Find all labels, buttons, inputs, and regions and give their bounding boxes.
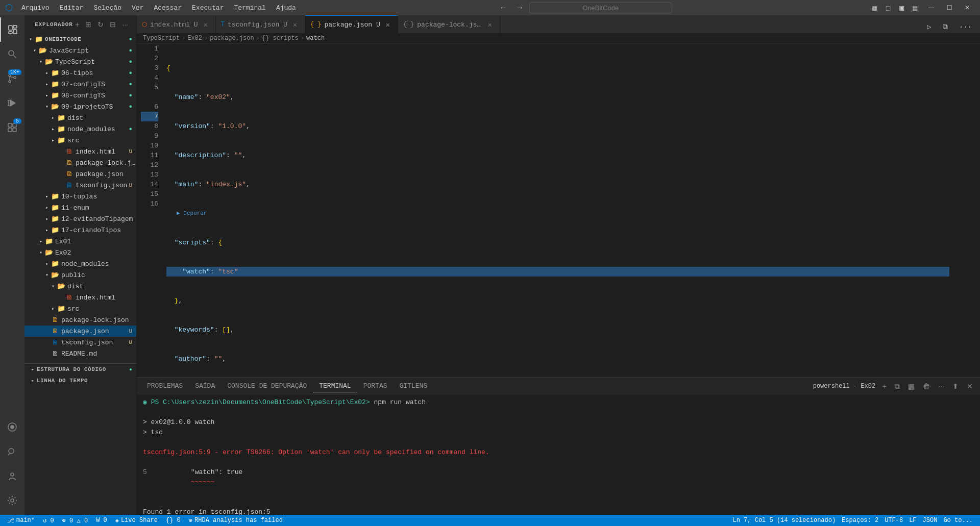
sidebar-item-06tipos[interactable]: ▸ 📁 06-tipos ● [24, 67, 136, 79]
maximize-button[interactable]: ☐ [942, 2, 958, 13]
menu-arquivo[interactable]: Arquivo [17, 3, 54, 13]
status-warnings[interactable]: W 0 [93, 515, 110, 526]
activity-search[interactable] [0, 42, 24, 66]
tab-packagejson[interactable]: { } package.json U ✕ [305, 15, 398, 33]
sidebar-item-11enum[interactable]: ▸ 📁 11-enum [24, 202, 136, 213]
sidebar-item-node-modules-1[interactable]: ▸ 📁 node_modules ● [24, 123, 136, 135]
breadcrumb-ex02[interactable]: Ex02 [187, 35, 202, 42]
breadcrumb-typescript[interactable]: TypeScript [143, 35, 180, 42]
activity-source-control[interactable]: 1K+ [0, 66, 24, 91]
sidebar-item-indexhtml-1[interactable]: 🗎 index.html U [24, 146, 136, 157]
sidebar-item-packagelockjson-1[interactable]: 🗎 package-lock.json [24, 157, 136, 168]
sidebar-item-ex02[interactable]: ▾ 📂 Ex02 [24, 247, 136, 258]
search-input[interactable] [529, 3, 672, 13]
activity-accounts[interactable] [0, 464, 24, 488]
status-bracket[interactable]: {} 0 [163, 515, 184, 526]
menu-editar[interactable]: Editar [56, 3, 88, 13]
tab-close-indexhtml[interactable]: ✕ [201, 20, 210, 29]
terminal-more-button[interactable]: ··· [935, 381, 947, 391]
sidebar-item-dist-public[interactable]: ▾ 📂 dist [24, 281, 136, 292]
sidebar-item-typescript[interactable]: ▾ 📂 TypeScript ● [24, 56, 136, 67]
debug-hint[interactable]: ▶ Depurar [166, 209, 207, 218]
breadcrumb-packagejson[interactable]: package.json [210, 35, 254, 42]
sidebar-item-tsconfigjson-1[interactable]: 🗎 tsconfig.json U [24, 180, 136, 191]
collapse-all-button[interactable]: ⊟ [108, 19, 118, 30]
code-editor[interactable]: 1 2 3 4 5 6 7 8 9 10 11 12 13 14 15 16 [137, 44, 980, 377]
activity-find[interactable] [0, 439, 24, 464]
activity-run-debug[interactable] [0, 91, 24, 115]
terminal-close-button[interactable]: ✕ [964, 381, 976, 391]
terminal-layout-button[interactable]: ▤ [905, 381, 918, 391]
sidebar-item-08configts[interactable]: ▸ 📁 08-configTS ● [24, 90, 136, 101]
more-actions-button[interactable]: ··· [120, 19, 130, 30]
code-content[interactable]: { "name": "ex02", "version": "1.0.0", "d… [162, 44, 949, 377]
more-actions-icon[interactable]: ··· [955, 21, 976, 33]
status-branch[interactable]: ⎇ main* [4, 515, 38, 526]
sidebar-item-ex01[interactable]: ▸ 📁 Ex01 [24, 236, 136, 247]
terminal-trash-button[interactable]: 🗑 [920, 381, 933, 391]
split-terminal-button[interactable]: ⧉ [892, 381, 903, 392]
sidebar-item-src-1[interactable]: ▸ 📁 src [24, 135, 136, 146]
menu-executar[interactable]: Executar [188, 3, 228, 13]
sidebar-item-07configts[interactable]: ▸ 📁 07-configTS ● [24, 79, 136, 90]
sidebar-item-indexhtml-2[interactable]: 🗎 index.html [24, 292, 136, 303]
close-button[interactable]: ✕ [960, 2, 975, 13]
tab-problemas[interactable]: PROBLEMAS [141, 380, 189, 392]
sidebar-section-timeline[interactable]: ▸ LINHA DO TEMPO [24, 375, 136, 386]
minimize-button[interactable]: — [923, 2, 940, 13]
sidebar-item-12evitando[interactable]: ▸ 📁 12-evitandoTipagem [24, 213, 136, 224]
sidebar-item-09projetots[interactable]: ▾ 📂 09-1projetoTS ● [24, 101, 136, 112]
nav-forward-button[interactable]: → [513, 2, 527, 13]
sidebar-item-tsconfigjson-2[interactable]: 🗎 tsconfig.json U [24, 337, 136, 348]
status-cursor-position[interactable]: Ln 7, Col 5 (14 selecionado) [730, 515, 839, 526]
nav-back-button[interactable]: ← [497, 2, 511, 13]
sidebar-item-javascript[interactable]: ▾ 📂 JavaScript ● [24, 45, 136, 56]
tab-tsconfigjson[interactable]: T tsconfig.json U ✕ [216, 15, 305, 33]
sidebar-item-src-2[interactable]: ▸ 📁 src [24, 303, 136, 314]
activity-liveshare[interactable] [0, 415, 24, 439]
activity-explorer[interactable] [0, 17, 24, 42]
status-sync[interactable]: ↺ 0 [40, 515, 57, 526]
add-terminal-button[interactable]: + [879, 381, 890, 391]
status-encoding[interactable]: UTF-8 [881, 515, 906, 526]
status-goto[interactable]: Go to... [940, 515, 976, 526]
tab-indexhtml[interactable]: ⬡ index.html U ✕ [137, 15, 216, 33]
layout-icon-2[interactable]: ⬚ [882, 2, 894, 14]
sidebar-item-packagelockjson-2[interactable]: 🗎 package-lock.json [24, 314, 136, 325]
status-spaces[interactable]: Espaços: 2 [839, 515, 881, 526]
tab-close-tsconfigjson[interactable]: ✕ [290, 20, 300, 29]
tab-console-depuracao[interactable]: CONSOLE DE DEPURAÇÃO [221, 380, 313, 392]
menu-terminal[interactable]: Terminal [230, 3, 270, 13]
breadcrumb-scripts[interactable]: {} scripts [262, 35, 299, 42]
terminal-content[interactable]: ◉ PS C:\Users\zezin\Documents\OneBitCode… [137, 395, 980, 515]
activity-settings[interactable] [0, 488, 24, 513]
layout-icon-4[interactable]: ▤ [909, 2, 921, 14]
sidebar-item-readme[interactable]: 🗎 README.md [24, 348, 136, 359]
status-rhda[interactable]: ⊕ RHDA analysis has failed [186, 515, 286, 526]
tab-portas[interactable]: PORTAS [357, 380, 394, 392]
tab-packagelockjson[interactable]: { } package-lock.json U ✕ [398, 15, 500, 33]
tab-close-packagejson[interactable]: ✕ [383, 20, 393, 29]
sidebar-item-10tuplas[interactable]: ▸ 📁 10-tuplas [24, 191, 136, 202]
tab-close-packagelockjson[interactable]: ✕ [485, 20, 495, 29]
status-liveshare[interactable]: ◈ ◈ Live Share Live Share [112, 515, 161, 526]
sidebar-item-packagejson-2[interactable]: 🗎 package.json U [24, 325, 136, 337]
sidebar-item-17criando[interactable]: ▸ 📁 17-criandoTipos [24, 224, 136, 236]
new-folder-button[interactable]: ⊞ [83, 19, 93, 30]
menu-selecao[interactable]: Seleção [89, 3, 126, 13]
status-errors[interactable]: ⊗ 0 △ 0 [59, 515, 91, 526]
split-editor-icon[interactable]: ⧉ [939, 21, 952, 33]
tab-gitlens[interactable]: GITLENS [394, 380, 434, 392]
menu-ajuda[interactable]: Ajuda [272, 3, 300, 13]
layout-icon-3[interactable]: ▣ [895, 2, 908, 14]
sidebar-section-code-structure[interactable]: ▸ ESTRUTURA DO CÓDIGO ● [24, 364, 136, 375]
refresh-button[interactable]: ↻ [95, 19, 106, 30]
terminal-maximize-button[interactable]: ⬆ [949, 381, 962, 391]
status-line-ending[interactable]: LF [906, 515, 919, 526]
activity-extensions[interactable]: 5 [0, 115, 24, 140]
sidebar-item-packagejson-1[interactable]: 🗎 package.json [24, 168, 136, 180]
breadcrumb-watch[interactable]: watch [306, 35, 325, 42]
tab-terminal[interactable]: TERMINAL [313, 380, 357, 392]
new-file-button[interactable]: + [73, 19, 81, 30]
tab-saida[interactable]: SAÍDA [189, 380, 221, 392]
